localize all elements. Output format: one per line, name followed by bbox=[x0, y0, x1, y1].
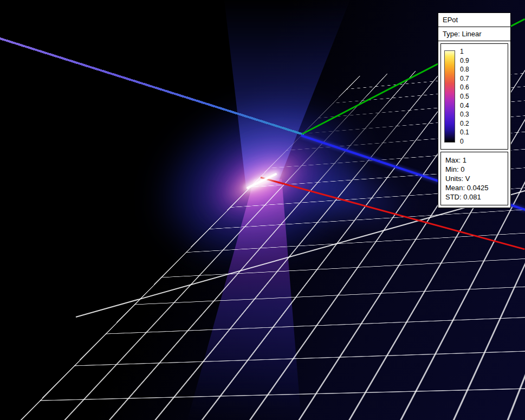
viewport-3d[interactable]: EPot Type: Linear 1 0.9 0.8 0.7 0.6 0.5 … bbox=[0, 0, 525, 420]
colorbar-tick-labels: 1 0.9 0.8 0.7 0.6 0.5 0.4 0.3 0.2 0.1 0 bbox=[460, 48, 469, 145]
stat-max: Max: 1 bbox=[445, 156, 503, 165]
stat-min: Min: 0 bbox=[445, 165, 503, 174]
tick-label: 0.9 bbox=[460, 57, 469, 64]
stat-mean: Mean: 0.0425 bbox=[445, 183, 503, 192]
legend-title: EPot bbox=[438, 13, 510, 27]
tick-label: 0.4 bbox=[460, 102, 469, 109]
tick-label: 0.5 bbox=[460, 93, 469, 100]
stats-box: Max: 1 Min: 0 Units: V Mean: 0.0425 STD:… bbox=[440, 152, 508, 205]
tick-label: 0.8 bbox=[460, 66, 469, 73]
stat-units: Units: V bbox=[445, 174, 503, 183]
tick-label: 1 bbox=[460, 48, 469, 55]
tick-label: 0.2 bbox=[460, 120, 469, 127]
legend-panel: EPot Type: Linear 1 0.9 0.8 0.7 0.6 0.5 … bbox=[438, 12, 511, 208]
legend-scale-type: Type: Linear bbox=[438, 27, 510, 41]
tick-label: 0.1 bbox=[460, 129, 469, 135]
colorbar-gradient bbox=[444, 50, 455, 143]
stat-std: STD: 0.081 bbox=[445, 192, 503, 202]
tick-label: 0.6 bbox=[460, 84, 469, 91]
colorbar-box: 1 0.9 0.8 0.7 0.6 0.5 0.4 0.3 0.2 0.1 0 bbox=[440, 43, 508, 150]
tick-label: 0.3 bbox=[460, 111, 469, 118]
tick-label: 0.7 bbox=[460, 75, 469, 82]
tick-label: 0 bbox=[460, 138, 469, 145]
